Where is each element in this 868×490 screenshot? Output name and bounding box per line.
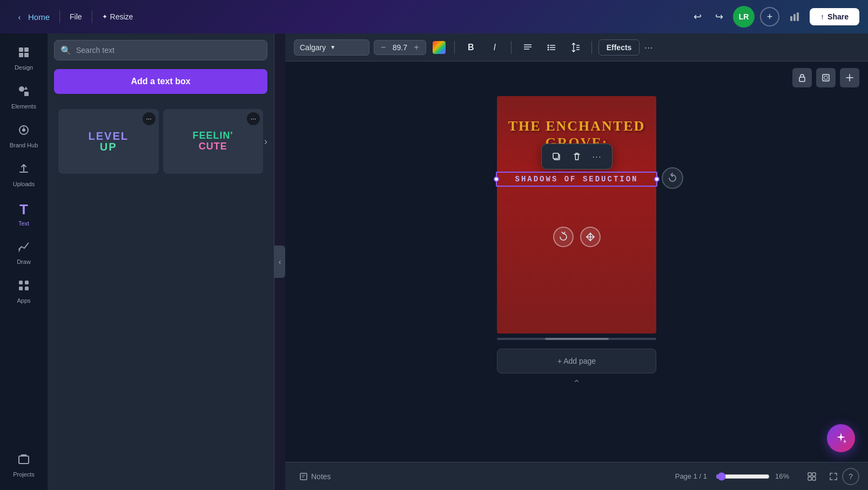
canvas-action-icons [553,227,601,247]
redo-button[interactable]: ↪ [709,7,729,26]
sidebar-label-elements: Elements [11,103,36,110]
template1-line1: LEVEL [89,131,129,141]
design-canvas-wrapper: THE ENCHANTED GROVE: [497,96,656,390]
add-textbox-button[interactable]: Add a text box [54,69,267,94]
svg-rect-28 [799,77,805,81]
italic-button[interactable]: I [485,38,504,57]
magic-ai-button[interactable] [827,424,855,452]
delete-element-button[interactable] [568,147,586,166]
list-button[interactable] [542,38,561,57]
sidebar-label-brand-hub: Brand Hub [10,142,38,148]
color-swatch-icon [433,41,446,54]
home-button[interactable]: ‹ Home [9,8,55,25]
template-more-btn2[interactable]: ··· [247,112,260,125]
zoom-label: 16% [775,472,795,480]
search-input[interactable] [54,40,267,60]
page-indicator: Page 1 / 1 [675,472,707,480]
sidebar-item-uploads[interactable]: Uploads [4,156,43,193]
canvas-title-line1: THE ENCHANTED [502,118,651,134]
template-feelin[interactable]: ··· FEELIN' CUTE [163,109,264,174]
font-size-value[interactable]: 89.7 [390,43,409,52]
next-arrow[interactable]: › [264,136,267,147]
scroll-dot-active [545,338,609,340]
share-button[interactable]: ↑ Share [810,8,859,25]
add-to-canvas-button[interactable] [840,68,859,87]
toolbar-more-button[interactable]: ··· [644,41,653,53]
font-selector[interactable]: Calgary ▼ [294,39,369,56]
canvas-top-icons [792,68,859,87]
effects-button[interactable]: Effects [598,39,640,56]
svg-rect-35 [300,473,307,480]
scroll-indicator [497,338,656,340]
sidebar-item-brand-hub[interactable]: Brand Hub [4,118,43,154]
svg-rect-34 [553,153,559,159]
font-size-decrease[interactable]: − [379,43,388,52]
sidebar-label-design: Design [15,64,33,71]
design-canvas[interactable]: THE ENCHANTED GROVE: [497,96,656,334]
search-icon: 🔍 [60,45,71,56]
svg-rect-40 [808,477,811,480]
svg-rect-1 [793,14,796,21]
resize-button[interactable]: ✦ Resize [97,9,139,24]
svg-point-21 [547,46,549,48]
fullscreen-button[interactable] [825,468,842,485]
resize-handle-right[interactable] [654,176,660,182]
add-collaborator-button[interactable]: + [760,7,779,26]
svg-rect-41 [812,477,816,480]
svg-point-7 [19,86,24,92]
sidebar-item-projects[interactable]: Projects [4,447,43,484]
sidebar-item-draw[interactable]: Draw [4,234,43,271]
template-more-btn[interactable]: ··· [143,112,156,125]
draw-icon [17,240,30,256]
align-button[interactable] [518,38,537,57]
undo-redo-group: ↩ ↪ [688,7,729,26]
zoom-slider[interactable] [716,472,770,481]
template2-line1: FEELIN' [193,131,233,141]
selected-text-content: SHADOWS OF SEDUCTION [500,175,653,183]
refresh-ai-button[interactable] [662,167,683,189]
text-color-button[interactable] [430,39,448,56]
copy-element-button[interactable] [547,147,566,166]
frame-button[interactable] [816,68,836,87]
font-size-increase[interactable]: + [412,43,421,52]
canvas-scroll[interactable]: THE ENCHANTED GROVE: [285,62,868,462]
more-options-button[interactable]: ··· [588,147,607,166]
template-levelup[interactable]: ··· LEVEL UP [58,109,159,174]
sidebar-item-design[interactable]: Design [4,40,43,77]
font-name: Calgary [300,43,326,52]
nav-left: ‹ Home File ✦ Resize [9,8,138,25]
move-button[interactable] [580,227,601,247]
uploads-icon [17,162,30,179]
line-spacing-button[interactable] [566,38,585,57]
lock-button[interactable] [792,68,812,87]
template1-line2: UP [89,141,129,152]
add-page-button[interactable]: + Add page [497,349,656,373]
view-buttons [803,468,842,485]
sidebar-item-apps[interactable]: Apps [4,273,43,310]
hide-panel-button[interactable]: ‹ [274,246,285,278]
help-button[interactable]: ? [842,468,859,485]
svg-rect-15 [19,456,29,464]
svg-rect-4 [24,47,29,52]
panel-scroll: ··· LEVEL UP ··· FEELIN' CUTE › [48,100,274,490]
sidebar-label-text: Text [18,220,29,227]
sidebar-label-uploads: Uploads [13,181,35,187]
sidebar-item-elements[interactable]: Elements [4,79,43,115]
canvas-area: Calgary ▼ − 89.7 + B I [285,33,868,490]
divider2 [92,10,92,23]
file-menu-button[interactable]: File [64,9,88,24]
notes-button[interactable]: Notes [294,469,337,484]
grid-view-button[interactable] [803,468,820,485]
resize-handle-left[interactable] [494,176,499,182]
avatar[interactable]: LR [733,6,755,28]
notes-label: Notes [311,472,331,481]
rotate-button[interactable] [553,227,574,247]
selected-text-border[interactable]: SHADOWS OF SEDUCTION [496,172,657,187]
selected-text-wrapper: ··· SHADOWS OF SEDUCTION [496,172,657,187]
undo-button[interactable]: ↩ [688,7,707,26]
sidebar-item-text[interactable]: T Text [4,195,43,232]
scroll-up-button[interactable]: ⌃ [497,378,656,390]
svg-rect-8 [24,92,29,96]
bold-button[interactable]: B [461,38,481,57]
stats-button[interactable] [785,7,804,26]
